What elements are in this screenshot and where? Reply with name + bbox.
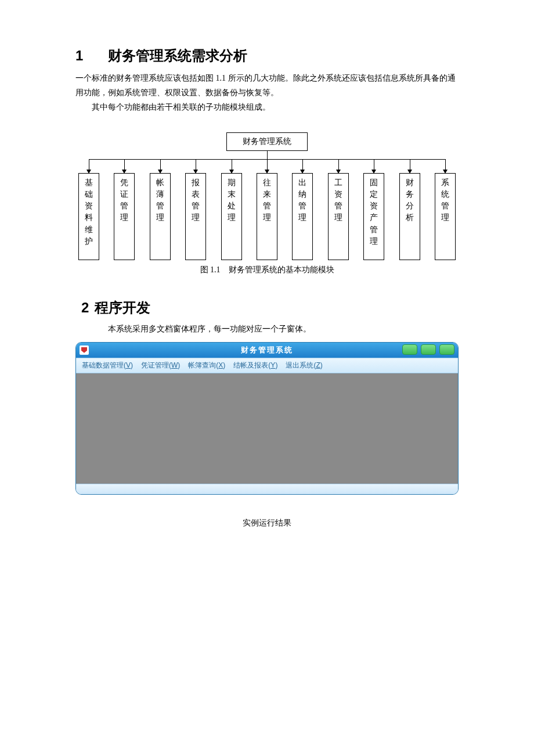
org-child-cell: 财务分析 (396, 173, 423, 260)
org-connector-rail (75, 159, 459, 173)
org-child-box: 期末处理 (221, 173, 242, 260)
org-child-box: 凭证管理 (114, 173, 135, 260)
menu-item[interactable]: 帐簿查询(X) (188, 361, 225, 370)
org-child-box: 帐薄管理 (150, 173, 171, 260)
section-1-title: 财务管理系统需求分析 (108, 48, 247, 63)
title-bar: 财务管理系统 (76, 343, 458, 358)
menu-bar: 基础数据管理(V)凭证管理(W)帐簿查询(X)结帐及报表(Y)退出系统(Z) (76, 358, 458, 373)
section-2-title: 程序开发 (95, 300, 150, 315)
org-child-cell: 固定资产管理 (360, 173, 387, 260)
org-child-cell: 帐薄管理 (147, 173, 174, 260)
org-child-cell: 出纳管理 (289, 173, 316, 260)
window-title: 财务管理系统 (76, 345, 458, 355)
mdi-client-area (76, 373, 458, 484)
org-child-cell: 系统管理 (432, 173, 459, 260)
window-buttons (402, 344, 454, 355)
section-2-number: 2 (81, 300, 89, 316)
org-child-box: 固定资产管理 (363, 173, 384, 260)
app-window: 财务管理系统 基础数据管理(V)凭证管理(W)帐簿查询(X)结帐及报表(Y)退出… (75, 342, 459, 495)
org-root-box: 财务管理系统 (226, 132, 308, 151)
org-child-cell: 基础资料维护 (75, 173, 102, 260)
org-child-cell: 往来管理 (254, 173, 280, 260)
menu-item[interactable]: 凭证管理(W) (141, 361, 180, 370)
org-child-box: 财务分析 (399, 173, 420, 260)
org-chart: 财务管理系统 基础资料维护凭证管理帐薄管理报表管理期末处理往来管理出纳管理工资管… (75, 132, 459, 260)
org-child-cell: 报表管理 (182, 173, 209, 260)
org-child-cell: 期末处理 (218, 173, 245, 260)
section-1-para-2: 其中每个功能都由若干相关联的子功能模块组成。 (75, 100, 459, 114)
menu-item[interactable]: 退出系统(Z) (286, 361, 322, 370)
org-child-cell: 凭证管理 (111, 173, 138, 260)
section-1-heading: 1财务管理系统需求分析 (75, 46, 459, 65)
close-button[interactable] (439, 344, 454, 355)
org-child-box: 系统管理 (435, 173, 456, 260)
section-1-number: 1 (75, 48, 108, 64)
org-child-box: 工资管理 (328, 173, 349, 260)
org-child-box: 基础资料维护 (78, 173, 99, 260)
org-child-cell: 工资管理 (325, 173, 352, 260)
org-child-box: 往来管理 (257, 173, 277, 260)
menu-item[interactable]: 基础数据管理(V) (82, 361, 133, 370)
status-bar (76, 484, 458, 494)
section-2-para: 本系统采用多文档窗体程序，每一功能对应一个子窗体。 (75, 322, 459, 336)
org-stem (267, 151, 268, 159)
run-result-caption: 实例运行结果 (75, 518, 459, 528)
minimize-button[interactable] (402, 344, 417, 355)
org-child-box: 报表管理 (185, 173, 206, 260)
org-children-row: 基础资料维护凭证管理帐薄管理报表管理期末处理往来管理出纳管理工资管理固定资产管理… (75, 173, 459, 260)
section-2-heading: 2程序开发 (81, 298, 459, 317)
section-1-para-1: 一个标准的财务管理系统应该包括如图 1.1 所示的几大功能。除此之外系统还应该包… (75, 71, 459, 100)
maximize-button[interactable] (421, 344, 436, 355)
menu-item[interactable]: 结帐及报表(Y) (233, 361, 277, 370)
figure-1-1-caption: 图 1.1 财务管理系统的基本功能模块 (75, 265, 459, 275)
org-child-box: 出纳管理 (292, 173, 313, 260)
